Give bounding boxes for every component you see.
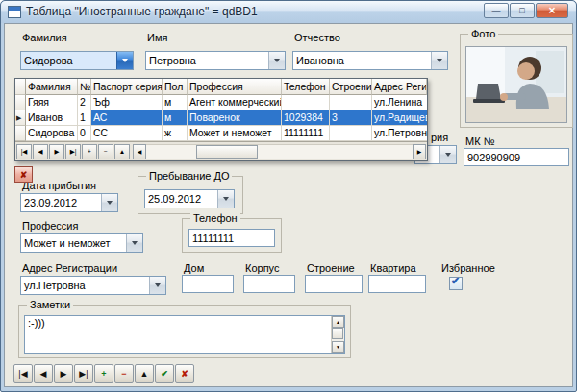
house-input[interactable] [182,275,234,293]
table-cell: 11111111 [282,126,330,141]
mk-label: МК № [465,135,494,147]
dropdown-arrow-icon [107,201,113,205]
nav-last-button[interactable]: ▶| [74,364,93,383]
firstname-dropdown-button[interactable] [268,52,285,69]
photo-image [465,46,567,123]
close-dropdown-button[interactable]: ✘ [14,166,33,183]
nav-cancel-button[interactable]: ✘ [175,364,194,383]
stay-until-dropdown-button[interactable] [217,190,234,208]
dropdown-arrow-icon [155,283,161,287]
scrollbar-track[interactable] [332,328,344,341]
table-cell: 1 [78,110,91,126]
table-cell [330,95,372,110]
scroll-down-button[interactable]: ▼ [332,341,344,353]
title-bar[interactable]: Таблица "Иностранные граждане" = qdBD1 —… [1,1,576,23]
reg-address-value: ул.Петровна [21,277,149,294]
grid-header-cell: № [78,79,91,95]
scroll-up-button[interactable]: ▲ [332,316,344,328]
table-cell: 2 [78,95,91,110]
apartment-input[interactable] [368,275,426,293]
scrollbar-thumb[interactable] [196,145,258,159]
profession-combo[interactable]: Может и неможет [20,233,143,253]
profession-dropdown-button[interactable] [126,234,142,252]
passport-dropdown-button[interactable] [439,146,456,163]
grid-edit-button[interactable]: ▲ [114,144,130,159]
scroll-right-button[interactable]: ▶ [413,144,426,159]
table-row[interactable]: Гяяя 2 Ъф м Агент коммерческий ул.Ленина [15,95,427,110]
maximize-icon: □ [519,6,524,15]
grid-header-cell: Строение [330,79,372,95]
grid-navigator: |◀ ◀ ▶ ▶| + − ▲ ◀ ▶ [15,141,427,160]
nav-delete-button[interactable]: − [114,364,134,383]
notes-memo[interactable]: :-))) ▲ ▼ [24,315,345,354]
table-cell: м [163,95,188,110]
grid-next-button[interactable]: ▶ [49,144,64,159]
apartment-label: Квартира [370,262,416,274]
nav-first-button[interactable]: |◀ [13,364,33,383]
building-label: Строение [307,262,355,274]
table-cell: 3 [330,110,372,126]
firstname-combo[interactable]: Петровна [145,51,286,70]
table-cell: Гяяя [26,95,78,110]
grid-prior-button[interactable]: ◀ [33,144,48,159]
close-button[interactable]: × [536,3,568,18]
nav-insert-button[interactable]: + [94,364,113,383]
nav-edit-button[interactable]: ▲ [135,364,154,383]
dropdown-arrow-icon [223,197,229,201]
firstname-value: Петровна [146,52,268,69]
table-row[interactable]: Сидорова 0 СС ж Может и неможет 11111111… [15,126,427,141]
grid-header-cell: Фамилия [26,79,78,95]
passport-label-fragment: рия [431,132,448,143]
phone-input[interactable] [188,229,275,247]
house-label: Дом [184,262,204,274]
reg-address-dropdown-button[interactable] [149,277,165,294]
table-cell [330,126,372,141]
close-icon: × [548,4,555,17]
grid-first-button[interactable]: |◀ [16,144,32,159]
db-navigator: |◀ ◀ ▶ ▶| + − ▲ ✔ ✘ [13,364,194,383]
surname-dropdown-button[interactable] [116,52,133,69]
arrival-date-dropdown-button[interactable] [101,194,117,211]
notes-vertical-scrollbar[interactable]: ▲ ▼ [331,316,344,353]
patronymic-label: Отчество [294,32,340,43]
caption-buttons: — □ × [484,3,568,18]
patronymic-dropdown-button[interactable] [431,52,447,69]
nav-prior-button[interactable]: ◀ [34,364,53,383]
row-indicator [15,126,26,141]
stay-until-value: 25.09.2012 [145,190,217,208]
building-input[interactable] [305,275,363,293]
favorite-checkbox[interactable]: ✔ [449,277,463,290]
minimize-button[interactable]: — [484,3,509,18]
reg-address-combo[interactable]: ул.Петровна [20,276,166,295]
profession-label: Профессия [22,220,78,232]
arrival-date-picker[interactable]: 23.09.2012 [20,193,118,212]
firstname-label: Имя [147,32,167,43]
surname-combo[interactable]: Сидорова [20,51,134,70]
grid-horizontal-scrollbar[interactable]: ◀ ▶ [133,144,426,159]
nav-next-button[interactable]: ▶ [54,364,73,383]
stay-until-picker[interactable]: 25.09.2012 [144,189,235,208]
block-input[interactable] [243,275,295,293]
scrollbar-track[interactable] [146,144,413,159]
grid-last-button[interactable]: ▶| [65,144,81,159]
table-cell: ж [163,126,188,141]
table-cell: ул.Ленина [372,95,427,110]
mk-input[interactable] [464,148,569,166]
patronymic-combo[interactable]: Ивановна [292,51,448,70]
current-row-arrow-icon: ▶ [16,114,21,122]
table-row-current[interactable]: ▶ Иванов 1 АС м Поваренок 1029384 3 ул.Р… [15,110,427,126]
nav-post-button[interactable]: ✔ [155,364,174,383]
scroll-left-button[interactable]: ◀ [133,144,146,159]
grid-delete-button[interactable]: − [98,144,113,159]
app-window: Таблица "Иностранные граждане" = qdBD1 —… [0,0,577,392]
grid-header-cell: Пол [163,79,188,95]
window-title: Таблица "Иностранные граждане" = qdBD1 [26,5,258,18]
grid-insert-button[interactable]: + [82,144,97,159]
scrollbar-thumb[interactable] [332,328,343,339]
stay-until-label: Пребывание ДО [146,170,232,182]
maximize-button[interactable]: □ [510,3,535,18]
notes-text: :-))) [28,317,45,329]
table-cell: 0 [78,126,91,141]
surname-value: Сидорова [21,52,116,69]
dropdown-arrow-icon [445,153,451,157]
